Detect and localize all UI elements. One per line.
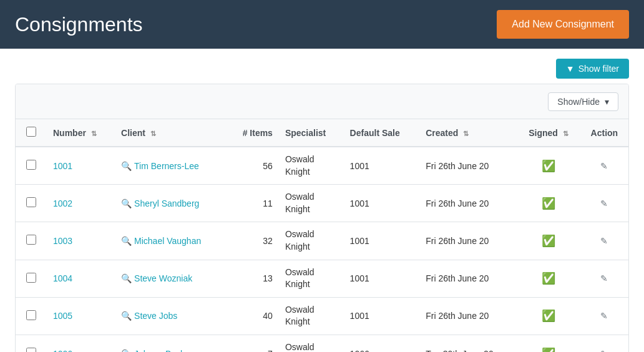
number-column-header: Number ⇅ bbox=[47, 119, 115, 147]
row-specialist: OswaldKnight bbox=[279, 335, 344, 352]
client-link[interactable]: 🔍Tim Berners-Lee bbox=[121, 161, 221, 171]
row-created: Fri 26th June 20 bbox=[419, 222, 517, 260]
consignment-number-link[interactable]: 1006 bbox=[53, 349, 72, 352]
client-search-icon: 🔍 bbox=[121, 198, 132, 208]
row-signed: ✅ bbox=[517, 147, 580, 185]
row-items: 40 bbox=[227, 297, 279, 335]
row-default-sale: 1001 bbox=[344, 260, 420, 297]
row-checkbox-4[interactable] bbox=[26, 310, 36, 320]
row-action: ✎ bbox=[580, 222, 628, 260]
show-hide-button[interactable]: Show/Hide ▾ bbox=[548, 92, 618, 111]
row-items: 32 bbox=[227, 222, 279, 260]
client-link[interactable]: 🔍Michael Vaughan bbox=[121, 236, 221, 246]
row-checkbox-cell bbox=[16, 147, 47, 185]
client-link[interactable]: 🔍Steve Jobs bbox=[121, 311, 221, 321]
row-signed: ✅ bbox=[517, 335, 580, 352]
table-row: 1001🔍Tim Berners-Lee56OswaldKnight1001Fr… bbox=[16, 147, 628, 185]
select-all-header bbox=[16, 119, 47, 147]
created-sort-icon: ⇅ bbox=[463, 130, 469, 138]
row-checkbox-1[interactable] bbox=[26, 197, 36, 207]
edit-button[interactable]: ✎ bbox=[595, 346, 613, 352]
created-column-header: Created ⇅ bbox=[419, 119, 517, 147]
row-default-sale: 1001 bbox=[344, 222, 420, 260]
row-action: ✎ bbox=[580, 147, 628, 185]
row-checkbox-cell bbox=[16, 185, 47, 222]
client-name: Steve Wozniak bbox=[134, 273, 192, 283]
row-signed: ✅ bbox=[517, 260, 580, 297]
row-number: 1004 bbox=[47, 260, 115, 297]
consignment-number-link[interactable]: 1005 bbox=[53, 311, 72, 321]
edit-button[interactable]: ✎ bbox=[595, 271, 613, 286]
client-name: Michael Vaughan bbox=[134, 236, 201, 246]
row-created: Fri 26th June 20 bbox=[419, 185, 517, 222]
action-column-header: Action bbox=[580, 119, 628, 147]
table-row: 1002🔍Sheryl Sandberg11OswaldKnight1001Fr… bbox=[16, 185, 628, 222]
show-filter-button[interactable]: ▼ Show filter bbox=[556, 59, 629, 79]
row-items: 56 bbox=[227, 147, 279, 185]
row-client: 🔍Michael Vaughan bbox=[115, 222, 227, 260]
row-action: ✎ bbox=[580, 260, 628, 297]
chevron-down-icon: ▾ bbox=[605, 97, 609, 107]
row-created: Fri 26th June 20 bbox=[419, 260, 517, 297]
client-name: Johann Bach bbox=[134, 349, 185, 352]
row-action: ✎ bbox=[580, 185, 628, 222]
row-client: 🔍Sheryl Sandberg bbox=[115, 185, 227, 222]
table-row: 1006🔍Johann Bach7OswaldKnight1066Tue 30t… bbox=[16, 335, 628, 352]
row-checkbox-5[interactable] bbox=[26, 348, 36, 352]
table-header: Number ⇅ Client ⇅ # Items Specialist Def… bbox=[16, 119, 628, 147]
signed-check-icon: ✅ bbox=[542, 160, 555, 172]
add-consignment-button[interactable]: Add New Consignment bbox=[497, 10, 629, 39]
row-items: 11 bbox=[227, 185, 279, 222]
row-created: Tue 30th June 20 bbox=[419, 335, 517, 352]
show-hide-label: Show/Hide bbox=[557, 97, 600, 107]
row-items: 7 bbox=[227, 335, 279, 352]
row-specialist: OswaldKnight bbox=[279, 222, 344, 260]
row-action: ✎ bbox=[580, 335, 628, 352]
client-name: Sheryl Sandberg bbox=[134, 198, 199, 208]
consignment-number-link[interactable]: 1004 bbox=[53, 273, 72, 283]
filter-icon: ▼ bbox=[566, 64, 575, 74]
row-client: 🔍Steve Jobs bbox=[115, 297, 227, 335]
row-checkbox-cell bbox=[16, 222, 47, 260]
row-client: 🔍Tim Berners-Lee bbox=[115, 147, 227, 185]
row-items: 13 bbox=[227, 260, 279, 297]
row-number: 1006 bbox=[47, 335, 115, 352]
signed-check-icon: ✅ bbox=[542, 272, 555, 285]
client-search-icon: 🔍 bbox=[121, 236, 132, 246]
row-specialist: OswaldKnight bbox=[279, 260, 344, 297]
client-link[interactable]: 🔍Steve Wozniak bbox=[121, 273, 221, 283]
client-search-icon: 🔍 bbox=[121, 311, 132, 321]
signed-sort-icon: ⇅ bbox=[563, 130, 568, 138]
client-column-header: Client ⇅ bbox=[115, 119, 227, 147]
row-client: 🔍Steve Wozniak bbox=[115, 260, 227, 297]
table-row: 1004🔍Steve Wozniak13OswaldKnight1001Fri … bbox=[16, 260, 628, 297]
row-checkbox-3[interactable] bbox=[26, 273, 36, 283]
row-number: 1001 bbox=[47, 147, 115, 185]
page-title: Consignments bbox=[15, 13, 143, 36]
row-checkbox-0[interactable] bbox=[26, 160, 36, 170]
row-specialist: OswaldKnight bbox=[279, 185, 344, 222]
specialist-column-header: Specialist bbox=[279, 119, 344, 147]
table-row: 1003🔍Michael Vaughan32OswaldKnight1001Fr… bbox=[16, 222, 628, 260]
row-checkbox-cell bbox=[16, 335, 47, 352]
client-sort-icon: ⇅ bbox=[150, 130, 156, 138]
row-created: Fri 26th June 20 bbox=[419, 297, 517, 335]
client-name: Tim Berners-Lee bbox=[134, 161, 199, 171]
edit-button[interactable]: ✎ bbox=[595, 308, 613, 323]
consignment-number-link[interactable]: 1003 bbox=[53, 236, 72, 246]
row-default-sale: 1066 bbox=[344, 335, 420, 352]
row-action: ✎ bbox=[580, 297, 628, 335]
client-link[interactable]: 🔍Johann Bach bbox=[121, 349, 221, 352]
edit-button[interactable]: ✎ bbox=[595, 159, 613, 174]
edit-button[interactable]: ✎ bbox=[595, 233, 613, 248]
consignment-number-link[interactable]: 1001 bbox=[53, 161, 72, 171]
row-default-sale: 1001 bbox=[344, 147, 420, 185]
select-all-checkbox[interactable] bbox=[26, 127, 36, 137]
signed-column-header: Signed ⇅ bbox=[517, 119, 580, 147]
row-specialist: OswaldKnight bbox=[279, 147, 344, 185]
consignment-number-link[interactable]: 1002 bbox=[53, 198, 72, 208]
edit-button[interactable]: ✎ bbox=[595, 196, 613, 211]
row-checkbox-2[interactable] bbox=[26, 235, 36, 245]
client-link[interactable]: 🔍Sheryl Sandberg bbox=[121, 198, 221, 208]
row-specialist: OswaldKnight bbox=[279, 297, 344, 335]
